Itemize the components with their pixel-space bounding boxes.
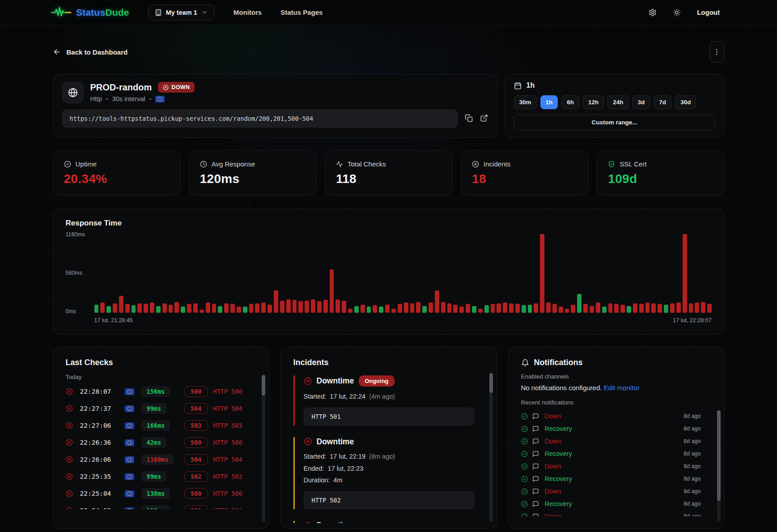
x-circle-icon — [66, 405, 73, 412]
eu-flag-icon — [125, 456, 134, 463]
notification-label: Down — [545, 413, 561, 420]
message-square-icon — [532, 413, 539, 420]
notification-row: Recovery8d ago — [521, 422, 701, 435]
incidents-scrollbar[interactable] — [489, 373, 493, 522]
y-axis-tick-mid: 580ms — [66, 270, 83, 276]
stat-value: 109d — [608, 172, 713, 186]
time-range-button-6h[interactable]: 6h — [561, 95, 579, 109]
eu-flag-icon — [125, 439, 134, 446]
status-code-label: HTTP 503 — [213, 422, 248, 429]
chart-bar — [453, 305, 458, 313]
chart-bar — [267, 305, 272, 313]
x-circle-icon — [163, 85, 169, 90]
incident-item: DowntimeStarted:17 lut, 22:19(8m ago)End… — [293, 437, 477, 509]
chart-bar — [577, 294, 582, 313]
copy-url-button[interactable] — [465, 114, 473, 123]
chart-bar — [639, 304, 644, 313]
more-options-button[interactable] — [709, 41, 725, 63]
chart-bar — [230, 304, 235, 313]
status-code-badge: 500 — [184, 386, 208, 397]
team-selector-label: My team 1 — [166, 9, 197, 16]
scrollbar-thumb[interactable] — [262, 375, 265, 396]
open-url-button[interactable] — [480, 114, 488, 123]
chart-bar — [391, 309, 396, 313]
ongoing-badge: Ongoing — [359, 375, 394, 387]
stat-value: 18 — [472, 172, 577, 186]
stat-value: 118 — [336, 172, 441, 186]
scrollbar-thumb[interactable] — [717, 410, 721, 501]
chart-bar — [317, 301, 322, 313]
last-checks-scrollbar[interactable] — [262, 375, 265, 522]
notifications-scrollbar[interactable] — [717, 410, 721, 521]
time-range-button-30d[interactable]: 30d — [675, 95, 696, 109]
chart-bar — [522, 305, 526, 313]
chart-bar — [94, 305, 99, 313]
time-range-button-3d[interactable]: 3d — [633, 95, 650, 109]
scrollbar-thumb[interactable] — [489, 373, 493, 393]
notification-label: Recovery — [545, 425, 572, 432]
gear-icon[interactable] — [649, 9, 657, 17]
incident-item: DowntimeOngoingStarted:17 lut, 22:24(4m … — [293, 375, 477, 426]
notification-row: Recovery8d ago — [521, 472, 701, 485]
time-range-button-12h[interactable]: 12h — [583, 95, 604, 109]
time-range-button-7d[interactable]: 7d — [654, 95, 671, 109]
chart-bar — [280, 301, 284, 313]
time-range-button-24h[interactable]: 24h — [607, 95, 628, 109]
stat-card-header: Uptime — [64, 160, 169, 168]
notifications-list: Down8d agoRecovery8d agoDown8d agoRecove… — [521, 410, 712, 516]
notification-timestamp: 8d ago — [684, 413, 701, 419]
chart-bar — [633, 303, 637, 313]
meta-label: Started: — [304, 393, 327, 400]
monitor-url-input[interactable] — [62, 110, 458, 128]
status-code-label: HTTP 504 — [213, 405, 248, 412]
chart-bar — [298, 301, 303, 313]
time-range-button-30m[interactable]: 30m — [514, 95, 537, 109]
meta-label: Started: — [304, 453, 327, 460]
status-code-badge: 502 — [184, 471, 208, 482]
chart-bar — [559, 306, 563, 313]
time-range-button-1h[interactable]: 1h — [540, 95, 558, 109]
last-checks-list: 22:28:07156ms500HTTP 50022:27:3799ms504H… — [66, 383, 256, 509]
edit-monitor-link[interactable]: Edit monitor — [604, 384, 640, 392]
logout-button[interactable]: Logout — [697, 9, 720, 16]
bell-icon — [521, 359, 529, 367]
check-time: 22:24:33 — [80, 507, 122, 509]
x-axis-end-label: 17 lut, 22:28:07 — [673, 317, 711, 323]
check-circle-icon — [521, 513, 528, 517]
chart-bar — [330, 269, 334, 313]
incident-meta: Started:17 lut, 22:19(8m ago)Ended:17 lu… — [304, 451, 477, 486]
notification-row: Down8d ago — [521, 410, 701, 422]
globe-icon — [68, 88, 78, 98]
notifications-panel: Notifications Enabled channels No notifi… — [508, 347, 725, 529]
chart-bar — [305, 301, 309, 313]
incident-title: Downtime — [317, 376, 354, 386]
chart-bar — [491, 304, 495, 313]
monitor-interval-label: 30s interval — [112, 95, 145, 102]
nav-link-status-pages[interactable]: Status Pages — [280, 9, 323, 16]
team-selector[interactable]: My team 1 — [148, 4, 215, 21]
chart-bar — [162, 303, 167, 313]
custom-range-button[interactable]: Custom range... — [514, 115, 715, 130]
incident-http-code: HTTP 502 — [304, 491, 474, 509]
message-square-icon — [532, 426, 539, 432]
chart-bar — [100, 302, 105, 313]
sun-icon[interactable] — [673, 9, 681, 17]
message-square-icon — [532, 476, 539, 482]
brand[interactable]: StatusDude — [51, 6, 129, 19]
last-check-row: 22:25:3599ms502HTTP 502 — [66, 468, 248, 485]
stat-label: Total Checks — [348, 160, 386, 168]
meta-extra: (8m ago) — [369, 453, 395, 460]
nav-link-monitors[interactable]: Monitors — [234, 9, 262, 16]
last-check-row: 22:26:061160ms504HTTP 504 — [66, 451, 248, 468]
meta-extra: (4m ago) — [369, 393, 395, 400]
arrow-left-icon — [53, 48, 61, 56]
last-checks-panel: Last Checks Today 22:28:07156ms500HTTP 5… — [53, 347, 269, 529]
chart-bar — [664, 305, 668, 313]
last-checks-group-label: Today — [66, 374, 256, 380]
notification-timestamp: 8d ago — [684, 488, 701, 494]
response-time-badge: 1160ms — [141, 454, 174, 465]
chart-bar — [293, 300, 297, 313]
check-circle-icon — [521, 413, 528, 420]
notification-timestamp: 8d ago — [684, 451, 701, 457]
back-to-dashboard-link[interactable]: Back to Dashboard — [53, 48, 128, 56]
